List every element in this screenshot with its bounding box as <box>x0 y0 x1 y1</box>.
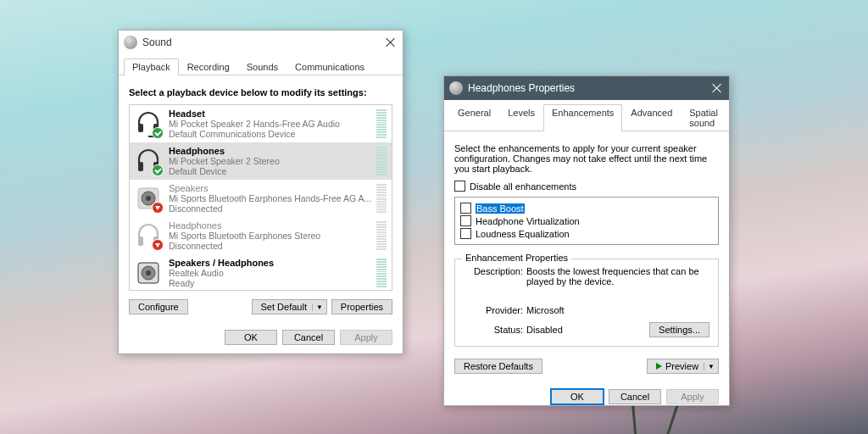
svg-point-6 <box>146 196 151 201</box>
preview-button[interactable]: Preview▼ <box>647 359 719 374</box>
checkbox-icon <box>454 181 465 192</box>
properties-button[interactable]: Properties <box>331 299 392 314</box>
configure-button[interactable]: Configure <box>129 299 188 314</box>
tab-communications[interactable]: Communications <box>287 58 373 75</box>
device-headset[interactable]: HeadsetMi Pocket Speaker 2 Hands-Free AG… <box>130 105 392 142</box>
checkbox-icon <box>460 215 471 226</box>
headphones-properties-window: Headphones Properties GeneralLevelsEnhan… <box>443 75 730 406</box>
level-meter-icon <box>376 184 387 213</box>
enhancement-loudness-equalization[interactable]: Loudness Equalization <box>460 228 713 239</box>
level-meter-icon <box>376 221 387 250</box>
checkbox-icon <box>460 228 471 239</box>
cancel-button[interactable]: Cancel <box>282 330 335 345</box>
device-text: HeadphonesMi Pocket Speaker 2 StereoDefa… <box>169 146 373 177</box>
headphones-icon <box>449 81 463 95</box>
tab-advanced[interactable]: Advanced <box>622 104 681 131</box>
enhancement-bass-boost[interactable]: Bass Boost <box>460 203 713 214</box>
sound-title: Sound <box>142 36 172 48</box>
close-icon[interactable] <box>710 81 724 95</box>
tab-recording[interactable]: Recording <box>179 58 238 75</box>
device-text: Speakers / HeadphonesRealtek AudioReady <box>169 258 373 289</box>
tab-general[interactable]: General <box>449 104 499 131</box>
speaker-icon <box>135 185 162 212</box>
level-meter-icon <box>376 259 387 287</box>
device-text: SpeakersMi Sports Bluetooth Earphones Ha… <box>169 183 373 214</box>
device-headphones[interactable]: HeadphonesMi Sports Bluetooth Earphones … <box>130 217 392 254</box>
sound-titlebar[interactable]: Sound <box>119 31 403 54</box>
enhancement-properties-group: Enhancement Properties Description: Boos… <box>454 259 719 347</box>
playback-instruction: Select a playback device below to modify… <box>129 87 392 97</box>
check-badge-icon <box>152 127 164 139</box>
props-tabstrip: GeneralLevelsEnhancementsAdvancedSpatial… <box>444 100 729 131</box>
disable-all-checkbox[interactable]: Disable all enhancements <box>454 181 719 192</box>
close-icon[interactable] <box>384 36 398 49</box>
down-badge-icon <box>152 239 164 251</box>
tab-sounds[interactable]: Sounds <box>238 58 287 75</box>
tab-levels[interactable]: Levels <box>499 104 543 131</box>
provider-value: Microsoft <box>526 305 709 315</box>
ok-button[interactable]: OK <box>551 389 604 404</box>
down-badge-icon <box>152 202 164 214</box>
description-label: Description: <box>464 266 523 287</box>
tab-enhancements[interactable]: Enhancements <box>543 104 622 131</box>
fieldset-legend: Enhancement Properties <box>462 253 571 263</box>
device-list[interactable]: HeadsetMi Pocket Speaker 2 Hands-Free AG… <box>129 104 392 291</box>
apply-button[interactable]: Apply <box>340 330 392 345</box>
headset-icon <box>135 110 162 137</box>
sound-icon <box>124 36 137 49</box>
description-value: Boosts the lowest frequencies that can b… <box>526 266 709 287</box>
status-value: Disabled <box>526 325 563 335</box>
enhancements-list[interactable]: Bass BoostHeadphone VirtualizationLoudne… <box>454 197 719 245</box>
enhancement-headphone-virtualization[interactable]: Headphone Virtualization <box>460 215 713 226</box>
svg-rect-7 <box>138 236 143 246</box>
enhancement-label: Bass Boost <box>476 203 525 214</box>
speaker-icon <box>135 259 162 287</box>
apply-button[interactable]: Apply <box>666 389 719 404</box>
sound-tabstrip: PlaybackRecordingSoundsCommunications <box>119 54 403 75</box>
ok-button[interactable]: OK <box>225 330 277 345</box>
headphones-icon <box>135 222 162 249</box>
restore-defaults-button[interactable]: Restore Defaults <box>454 359 542 374</box>
tab-playback[interactable]: Playback <box>124 58 179 75</box>
props-title: Headphones Properties <box>468 82 575 94</box>
cancel-button[interactable]: Cancel <box>609 389 661 404</box>
provider-label: Provider: <box>464 305 523 315</box>
svg-rect-0 <box>138 124 143 132</box>
enhancement-label: Headphone Virtualization <box>476 216 580 226</box>
device-speakers-headphones[interactable]: Speakers / HeadphonesRealtek AudioReady <box>130 254 392 291</box>
sound-window: Sound PlaybackRecordingSoundsCommunicati… <box>118 30 403 354</box>
set-default-button[interactable]: Set Default▼ <box>252 299 327 314</box>
svg-point-11 <box>146 270 151 275</box>
enhancement-label: Loudness Equalization <box>476 229 570 239</box>
level-meter-icon <box>376 147 387 175</box>
headphones-icon <box>135 147 162 175</box>
settings-button[interactable]: Settings... <box>649 322 709 337</box>
tab-spatial-sound[interactable]: Spatial sound <box>681 104 726 131</box>
device-text: HeadphonesMi Sports Bluetooth Earphones … <box>169 220 373 252</box>
enhancements-instruction: Select the enhancements to apply for you… <box>454 143 719 174</box>
status-label: Status: <box>464 325 523 335</box>
level-meter-icon <box>376 109 387 138</box>
svg-rect-2 <box>138 162 143 171</box>
checkbox-icon <box>460 203 471 214</box>
check-badge-icon <box>152 164 164 176</box>
device-speakers[interactable]: SpeakersMi Sports Bluetooth Earphones Ha… <box>130 180 392 217</box>
device-headphones[interactable]: HeadphonesMi Pocket Speaker 2 StereoDefa… <box>130 142 392 180</box>
device-text: HeadsetMi Pocket Speaker 2 Hands-Free AG… <box>169 108 373 140</box>
props-titlebar[interactable]: Headphones Properties <box>444 76 729 100</box>
